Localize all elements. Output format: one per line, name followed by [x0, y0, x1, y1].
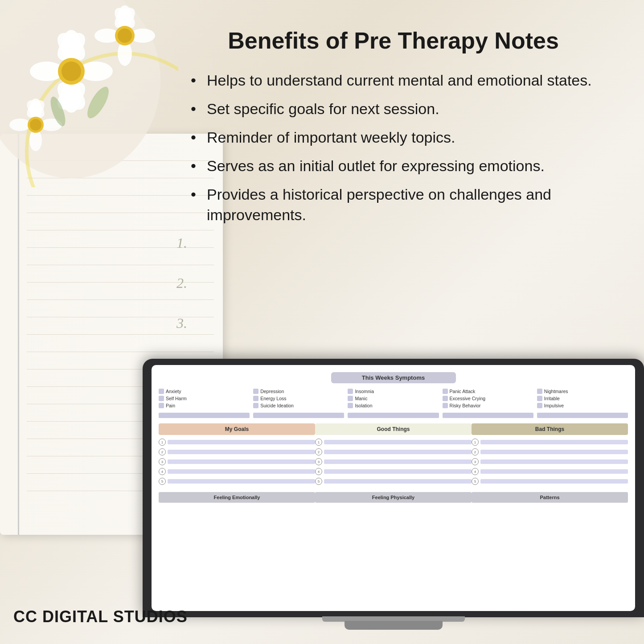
good-line-1[interactable] — [324, 440, 472, 444]
three-column-section: My Goals 1 2 3 — [156, 423, 631, 488]
symptom-pain: Pain — [159, 403, 250, 408]
bad-line-3[interactable] — [480, 459, 628, 464]
checkbox-selfharm[interactable] — [159, 396, 164, 401]
checkbox-irritable[interactable] — [537, 396, 542, 401]
svg-point-22 — [9, 119, 31, 131]
laptop-screen: This Weeks Symptoms Anxiety Depression — [152, 365, 635, 611]
bad-row-3: 3 — [472, 458, 628, 465]
goal-line-2[interactable] — [168, 450, 315, 454]
laptop-base — [345, 621, 443, 630]
bad-line-4[interactable] — [480, 469, 628, 474]
checkbox-depression[interactable] — [253, 389, 258, 394]
good-header: Good Things — [315, 423, 472, 435]
symptom-irritable: Irritable — [537, 396, 628, 401]
goal-num-4: 4 — [159, 468, 166, 475]
symptom-risky: Risky Behavior — [443, 403, 533, 408]
symptom-label-panic: Panic Attack — [450, 389, 476, 394]
goals-header: My Goals — [159, 423, 315, 435]
benefit-item: Provides a historical perspective on cha… — [187, 185, 608, 226]
checkbox-panic[interactable] — [443, 389, 448, 394]
good-column: Good Things 1 2 3 — [315, 423, 472, 488]
bad-line-2[interactable] — [480, 450, 628, 454]
benefit-item: Reminder of important weekly topics. — [187, 127, 608, 148]
symptom-anxiety: Anxiety — [159, 389, 250, 394]
bad-num-1: 1 — [472, 439, 479, 446]
good-row-1: 1 — [315, 439, 472, 446]
goal-num-1: 1 — [159, 439, 166, 446]
symptom-manic: Manic — [348, 396, 439, 401]
symptom-label-risky: Risky Behavior — [450, 403, 481, 408]
good-row-4: 4 — [315, 468, 472, 475]
good-line-5[interactable] — [324, 479, 472, 484]
symptom-label-irritable: Irritable — [544, 396, 560, 401]
symptom-label-suicide: Suicide Ideation — [260, 403, 294, 408]
benefit-item: Helps to understand current mental and e… — [187, 70, 608, 91]
checkbox-excessive-crying[interactable] — [443, 396, 448, 401]
symptom-label-insomnia: Insomnia — [355, 389, 374, 394]
patterns-label: Patterns — [472, 492, 628, 503]
goal-line-3[interactable] — [168, 459, 315, 464]
checkbox-isolation[interactable] — [348, 403, 353, 408]
checkbox-manic[interactable] — [348, 396, 353, 401]
extra-box-4[interactable] — [443, 413, 533, 418]
svg-point-21 — [29, 130, 42, 151]
goal-line-5[interactable] — [168, 479, 315, 484]
symptom-impulsive: Impulsive — [537, 403, 628, 408]
bad-header: Bad Things — [472, 423, 628, 435]
symptom-label-manic: Manic — [355, 396, 367, 401]
bad-line-1[interactable] — [480, 440, 628, 444]
checkbox-nightmares[interactable] — [537, 389, 542, 394]
flower-decoration — [0, 0, 178, 178]
good-line-3[interactable] — [324, 459, 472, 464]
symptom-suicide: Suicide Ideation — [253, 403, 344, 408]
symptom-label-nightmares: Nightmares — [544, 389, 568, 394]
feeling-physically-label: Feeling Physically — [315, 492, 472, 503]
extra-box-2[interactable] — [253, 413, 344, 418]
goal-num-3: 3 — [159, 458, 166, 465]
symptom-label-isolation: Isolation — [355, 403, 372, 408]
checkbox-anxiety[interactable] — [159, 389, 164, 394]
good-line-2[interactable] — [324, 450, 472, 454]
svg-point-19 — [118, 29, 132, 43]
goal-line-1[interactable] — [168, 440, 315, 444]
good-row-3: 3 — [315, 458, 472, 465]
extra-box-1[interactable] — [159, 413, 250, 418]
bad-column: Bad Things 1 2 3 — [472, 423, 628, 488]
goal-row-5: 5 — [159, 478, 315, 485]
checkbox-risky[interactable] — [443, 403, 448, 408]
goal-row-4: 4 — [159, 468, 315, 475]
symptom-panic: Panic Attack — [443, 389, 533, 394]
feeling-emotionally-label: Feeling Emotionally — [159, 492, 315, 503]
good-num-5: 5 — [315, 478, 322, 485]
symptom-selfharm: Self Harm — [159, 396, 250, 401]
screen-content: This Weeks Symptoms Anxiety Depression — [152, 365, 635, 510]
checkbox-insomnia[interactable] — [348, 389, 353, 394]
bad-row-5: 5 — [472, 478, 628, 485]
symptom-nightmares: Nightmares — [537, 389, 628, 394]
symptom-depression: Depression — [253, 389, 344, 394]
goal-line-4[interactable] — [168, 469, 315, 474]
bad-num-5: 5 — [472, 478, 479, 485]
symptom-insomnia: Insomnia — [348, 389, 439, 394]
extra-symptom-boxes — [156, 413, 631, 418]
goals-column: My Goals 1 2 3 — [159, 423, 315, 488]
goal-num-2: 2 — [159, 448, 166, 455]
symptom-label-energyloss: Energy Loss — [260, 396, 286, 401]
good-line-4[interactable] — [324, 469, 472, 474]
checkbox-suicide[interactable] — [253, 403, 258, 408]
goal-row-3: 3 — [159, 458, 315, 465]
laptop-device: This Weeks Symptoms Anxiety Depression — [143, 332, 644, 617]
checkbox-pain[interactable] — [159, 403, 164, 408]
extra-box-5[interactable] — [537, 413, 628, 418]
page-title: Benefits of Pre Therapy Notes — [178, 27, 608, 54]
symptom-label-depression: Depression — [260, 389, 284, 394]
symptom-label-anxiety: Anxiety — [166, 389, 181, 394]
bad-line-5[interactable] — [480, 479, 628, 484]
brand-text: CC DIGITAL STUDIOS — [13, 607, 188, 626]
symptom-label-pain: Pain — [166, 403, 175, 408]
extra-box-3[interactable] — [348, 413, 439, 418]
good-num-4: 4 — [315, 468, 322, 475]
checkbox-energyloss[interactable] — [253, 396, 258, 401]
svg-point-11 — [62, 62, 81, 81]
checkbox-impulsive[interactable] — [537, 403, 542, 408]
